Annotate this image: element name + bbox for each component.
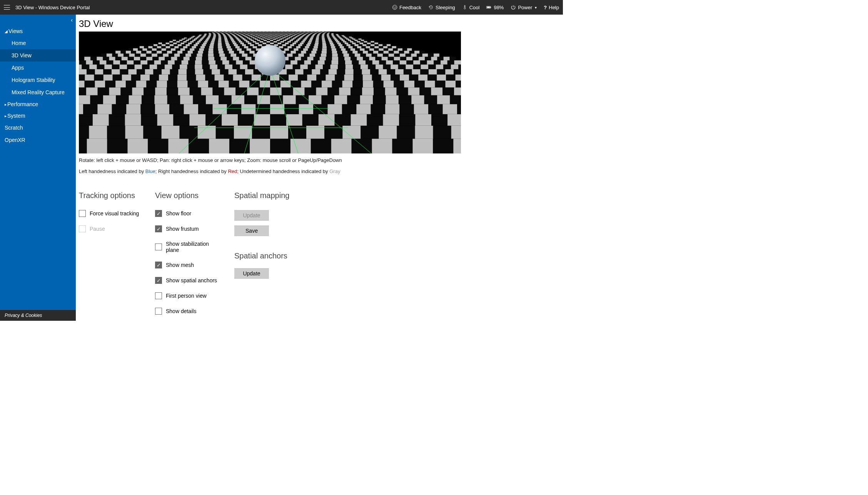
svg-rect-1437 bbox=[243, 33, 245, 33]
svg-rect-1778 bbox=[322, 32, 324, 32]
svg-rect-1121 bbox=[195, 36, 198, 37]
force-tracking-label: Force visual tracking bbox=[90, 210, 139, 217]
svg-rect-902 bbox=[244, 40, 247, 41]
svg-rect-9 bbox=[107, 139, 128, 154]
svg-rect-75 bbox=[97, 104, 112, 114]
svg-rect-1322 bbox=[252, 34, 254, 35]
svg-rect-1056 bbox=[345, 38, 348, 39]
feedback-button[interactable]: Feedback bbox=[392, 5, 421, 10]
svg-rect-762 bbox=[166, 43, 170, 44]
sidebar-group-performance[interactable]: ▸Performance bbox=[0, 98, 76, 110]
svg-rect-127 bbox=[411, 95, 424, 104]
svg-rect-13 bbox=[189, 139, 209, 154]
svg-rect-1041 bbox=[302, 38, 305, 39]
svg-rect-712 bbox=[198, 44, 202, 46]
svg-rect-1562 bbox=[254, 32, 256, 33]
svg-rect-1159 bbox=[293, 36, 296, 37]
show-details-checkbox[interactable] bbox=[155, 308, 162, 315]
svg-rect-1217 bbox=[287, 35, 290, 36]
sidebar-item-hologram-stability[interactable]: Hologram Stability bbox=[0, 74, 76, 86]
svg-rect-1463 bbox=[297, 33, 300, 33]
svg-rect-1710 bbox=[308, 32, 310, 32]
show-frustum-checkbox[interactable] bbox=[155, 225, 162, 232]
main-content[interactable]: 3D View bbox=[76, 15, 563, 321]
sidebar-group-system[interactable]: ▸System bbox=[0, 110, 76, 122]
show-mesh-checkbox[interactable] bbox=[155, 262, 162, 268]
show-anchors-checkbox[interactable] bbox=[155, 277, 162, 284]
power-button[interactable]: Power ▾ bbox=[511, 5, 537, 10]
svg-rect-1090 bbox=[270, 37, 273, 37]
svg-rect-821 bbox=[169, 41, 173, 43]
svg-rect-1747 bbox=[264, 32, 266, 32]
svg-rect-535 bbox=[193, 51, 198, 53]
show-stabilization-checkbox[interactable] bbox=[155, 243, 162, 250]
spatial-mapping-save-button[interactable]: Save bbox=[234, 225, 269, 236]
svg-rect-640 bbox=[140, 46, 144, 48]
privacy-link[interactable]: Privacy & Cookies bbox=[0, 310, 76, 321]
svg-rect-734 bbox=[286, 44, 290, 46]
svg-rect-1320 bbox=[247, 34, 250, 35]
sidebar-item-openxr[interactable]: OpenXR bbox=[0, 134, 76, 146]
svg-rect-1283 bbox=[301, 35, 303, 35]
svg-rect-805 bbox=[326, 43, 330, 44]
show-floor-checkbox[interactable] bbox=[155, 210, 162, 217]
svg-rect-725 bbox=[250, 44, 254, 46]
svg-rect-147 bbox=[259, 87, 270, 95]
svg-rect-1038 bbox=[293, 38, 296, 39]
svg-rect-720 bbox=[230, 44, 234, 46]
svg-rect-991 bbox=[334, 38, 337, 40]
battery-status[interactable]: 98% bbox=[486, 5, 504, 10]
svg-rect-1037 bbox=[290, 38, 293, 39]
svg-rect-110 bbox=[193, 95, 206, 104]
first-person-checkbox[interactable] bbox=[155, 292, 162, 299]
svg-rect-557 bbox=[306, 51, 311, 53]
spatial-anchors-update-button[interactable]: Update bbox=[234, 268, 269, 279]
sidebar-item-mrc[interactable]: Mixed Reality Capture bbox=[0, 86, 76, 98]
svg-rect-1761 bbox=[290, 32, 292, 32]
svg-rect-823 bbox=[176, 41, 180, 43]
svg-rect-383 bbox=[345, 60, 352, 65]
svg-rect-1518 bbox=[287, 33, 289, 33]
svg-rect-1302 bbox=[207, 34, 209, 35]
svg-rect-1660 bbox=[213, 32, 215, 32]
svg-rect-679 bbox=[309, 46, 314, 48]
sidebar-item-apps[interactable]: Apps bbox=[0, 62, 76, 74]
svg-rect-1606 bbox=[224, 32, 225, 33]
svg-rect-881 bbox=[176, 40, 179, 41]
sleeping-status[interactable]: Sleeping bbox=[428, 5, 455, 10]
svg-rect-566 bbox=[352, 51, 357, 53]
svg-rect-880 bbox=[173, 40, 176, 41]
svg-rect-574 bbox=[394, 51, 399, 53]
svg-rect-710 bbox=[190, 44, 194, 46]
svg-rect-434 bbox=[295, 57, 301, 60]
sidebar-item-3d-view[interactable]: 3D View bbox=[0, 49, 76, 62]
svg-rect-445 bbox=[363, 57, 369, 60]
svg-rect-795 bbox=[289, 43, 292, 44]
sidebar-item-home[interactable]: Home bbox=[0, 37, 76, 49]
help-button[interactable]: ? Help bbox=[544, 5, 559, 10]
svg-rect-167 bbox=[95, 80, 105, 87]
svg-rect-1143 bbox=[252, 36, 255, 37]
svg-rect-1708 bbox=[304, 32, 306, 32]
svg-rect-1387 bbox=[264, 33, 266, 34]
svg-rect-257 bbox=[179, 69, 187, 75]
svg-rect-986 bbox=[319, 38, 322, 40]
hamburger-icon[interactable] bbox=[4, 5, 10, 10]
sidebar-item-scratch[interactable]: Scratch bbox=[0, 122, 76, 134]
svg-rect-80 bbox=[169, 104, 184, 114]
svg-rect-260 bbox=[204, 69, 212, 75]
svg-rect-1011 bbox=[215, 38, 219, 39]
3d-viewport[interactable] bbox=[79, 32, 461, 153]
svg-rect-763 bbox=[169, 43, 173, 44]
svg-rect-1412 bbox=[318, 33, 320, 34]
force-tracking-checkbox[interactable] bbox=[79, 210, 86, 217]
svg-rect-599 bbox=[218, 48, 223, 51]
svg-rect-636 bbox=[393, 48, 397, 51]
temp-status[interactable]: Cool bbox=[462, 5, 480, 10]
svg-rect-718 bbox=[222, 44, 226, 46]
svg-rect-169 bbox=[115, 80, 126, 87]
svg-rect-1690 bbox=[270, 32, 272, 32]
sidebar-collapse-icon[interactable]: ‹ bbox=[71, 17, 73, 23]
svg-rect-194 bbox=[373, 80, 384, 87]
sidebar-group-views[interactable]: ◢Views bbox=[0, 25, 76, 37]
